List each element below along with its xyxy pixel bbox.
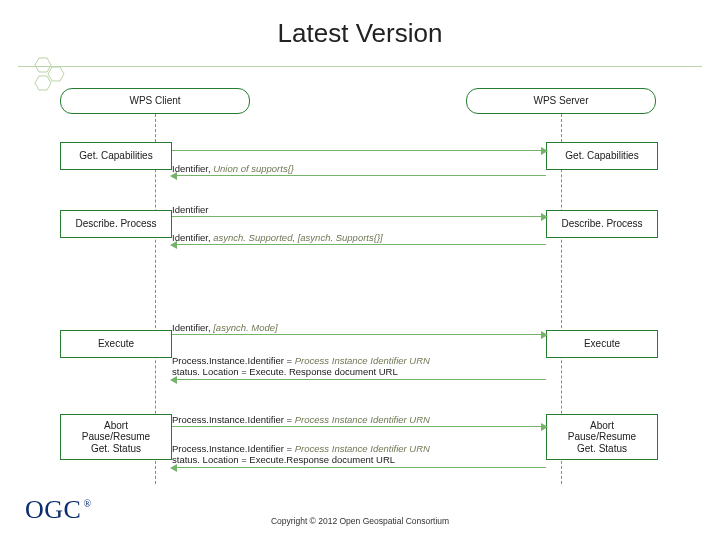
server-describeprocess-box: Describe. Process — [546, 210, 658, 238]
copyright-text: Copyright © 2012 Open Geospatial Consort… — [0, 516, 720, 526]
server-execute-box: Execute — [546, 330, 658, 358]
describeprocess-response-arrow: Identifier, asynch. Supported, [asynch. … — [172, 232, 546, 245]
getcapabilities-request-arrow — [172, 150, 546, 151]
describeprocess-request-arrow: Identifier — [172, 204, 546, 217]
server-control-box: Abort Pause/Resume Get. Status — [546, 414, 658, 460]
execute-request-arrow: Identifier, [asynch. Mode] — [172, 322, 546, 335]
client-describeprocess-box: Describe. Process — [60, 210, 172, 238]
client-lifeline-head: WPS Client — [60, 88, 250, 114]
client-execute-box: Execute — [60, 330, 172, 358]
getcapabilities-response-arrow: Identifier, Union of supports{} — [172, 163, 546, 176]
control-response-arrow: Process.Instance.Identifier = Process In… — [172, 444, 546, 468]
page-title: Latest Version — [0, 18, 720, 49]
client-control-box: Abort Pause/Resume Get. Status — [60, 414, 172, 460]
server-getcapabilities-box: Get. Capabilities — [546, 142, 658, 170]
client-getcapabilities-box: Get. Capabilities — [60, 142, 172, 170]
control-request-arrow: Process.Instance.Identifier = Process In… — [172, 414, 546, 427]
server-lifeline-head: WPS Server — [466, 88, 656, 114]
execute-response-arrow: Process.Instance.Identifier = Process In… — [172, 356, 546, 380]
divider — [18, 66, 702, 67]
